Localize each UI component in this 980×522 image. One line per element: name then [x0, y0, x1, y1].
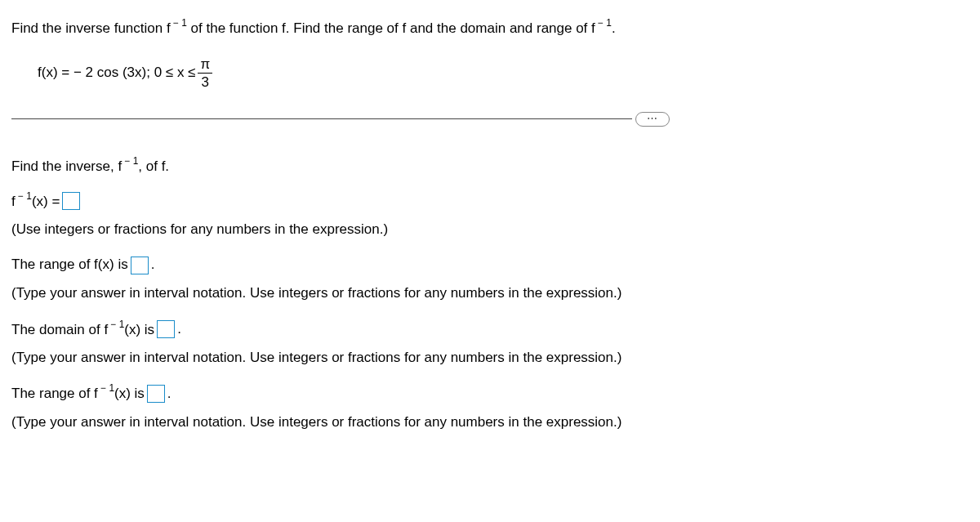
q4-t2: (x) is	[114, 386, 145, 401]
q2-input[interactable]	[131, 257, 149, 274]
q4-sup: − 1	[98, 382, 114, 394]
q2-text2: .	[151, 252, 155, 278]
intro-sup2: − 1	[595, 17, 612, 29]
q3-t2: (x) is	[124, 321, 154, 337]
q4-hint: (Type your answer in interval notation. …	[11, 412, 969, 433]
divider-row: ⋯	[11, 112, 969, 127]
prompt-p2: , of f.	[138, 158, 169, 174]
intro-part3: .	[612, 20, 616, 36]
fraction-pi-over-3: π 3	[198, 57, 212, 89]
q3-hint: (Type your answer in interval notation. …	[11, 347, 969, 368]
q4-t1: The range of f	[11, 386, 98, 401]
q3-t3: .	[177, 317, 181, 342]
intro-sup1: − 1	[171, 17, 187, 29]
q1-sup: − 1	[16, 190, 32, 202]
q1-hint: (Use integers or fractions for any numbe…	[11, 219, 969, 240]
intro-part1: Find the inverse function f	[11, 20, 171, 36]
ellipsis-icon: ⋯	[647, 113, 659, 123]
q2-text1: The range of f(x) is	[11, 252, 128, 278]
q4-t3: .	[167, 381, 172, 407]
question-intro: Find the inverse function f − 1 of the f…	[11, 16, 969, 39]
find-inverse-prompt: Find the inverse, f − 1, of f.	[11, 154, 969, 177]
divider-line	[11, 118, 632, 119]
q1-lhs2: (x) =	[32, 193, 60, 208]
q3-answer-line: The domain of f − 1(x) is .	[11, 317, 969, 342]
more-options-button[interactable]: ⋯	[635, 112, 670, 127]
func-lhs: f(x) = − 2 cos (3x); 0 ≤ x ≤	[38, 63, 195, 83]
q4-answer-line: The range of f − 1(x) is .	[11, 381, 969, 406]
prompt-sup: − 1	[122, 155, 138, 167]
prompt-p1: Find the inverse, f	[11, 158, 122, 174]
q2-answer-line: The range of f(x) is .	[11, 252, 969, 278]
intro-part2: of the function f. Find the range of f a…	[187, 20, 595, 36]
q2-hint: (Type your answer in interval notation. …	[11, 283, 969, 304]
q3-sup: − 1	[108, 319, 124, 330]
fraction-denominator: 3	[199, 74, 212, 89]
fraction-numerator: π	[198, 57, 212, 74]
q4-input[interactable]	[147, 385, 165, 403]
q3-t1: The domain of f	[11, 321, 108, 337]
q3-input[interactable]	[157, 320, 175, 338]
q1-answer-line: f − 1(x) =	[11, 189, 969, 214]
function-definition: f(x) = − 2 cos (3x); 0 ≤ x ≤ π 3	[38, 57, 969, 89]
q1-input[interactable]	[62, 192, 80, 210]
